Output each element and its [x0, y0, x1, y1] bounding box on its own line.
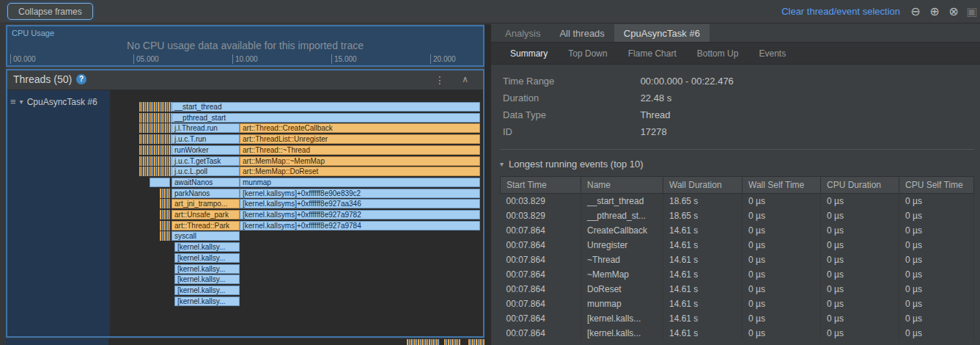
flame-span[interactable]: [kernel.kallsyms]+0xffffff8e927aa346 — [240, 199, 480, 208]
flame-span[interactable] — [160, 210, 170, 219]
flame-span[interactable]: j.u.c.T.run — [172, 134, 240, 144]
flame-span[interactable] — [139, 102, 172, 112]
cpu-usage-panel[interactable]: CPU Usage No CPU usage data available fo… — [6, 25, 485, 67]
zoom-in-icon[interactable]: ⊕ — [926, 4, 943, 19]
section-collapse-icon[interactable]: ▾ — [500, 160, 504, 168]
flame-span[interactable] — [160, 231, 170, 241]
analysis-panel: Analysis All threads CpuAsyncTask #6 Sum… — [491, 24, 980, 345]
events-table-row[interactable]: 00:07.864CreateCallback14.61 s0 µs0 µs0 … — [501, 223, 974, 238]
threads-body: ≡ ▾ CpuAsyncTask #6 __start_thread__pthr… — [7, 90, 483, 336]
subtab-top-down[interactable]: Top Down — [558, 43, 617, 64]
events-table-header-cell[interactable]: CPU Self Time — [899, 177, 974, 194]
events-table-cell: 0 µs — [821, 223, 899, 238]
collapse-panel-icon[interactable]: ∧ — [462, 74, 468, 84]
flame-span[interactable]: [kernel.kallsy... — [174, 242, 240, 252]
tab-all-threads[interactable]: All threads — [550, 24, 614, 42]
events-table-cell: 0 µs — [821, 267, 899, 282]
events-table-cell: 0 µs — [899, 282, 974, 297]
reset-zoom-icon[interactable]: ⊗ — [946, 4, 962, 19]
flame-span[interactable]: parkNanos — [172, 189, 240, 198]
flame-span[interactable]: awaitNanos — [172, 178, 240, 187]
flame-span[interactable] — [150, 178, 170, 187]
events-table-row[interactable]: 00:07.864~MemMap14.61 s0 µs0 µs0 µs — [501, 267, 974, 282]
clear-selection-link[interactable]: Clear thread/event selection — [781, 6, 900, 17]
summary-value: 17278 — [641, 126, 667, 137]
events-table-row[interactable]: 00:07.864[kernel.kalls...14.61 s0 µs0 µs… — [501, 311, 974, 326]
events-table-row[interactable]: 00:07.864DoReset14.61 s0 µs0 µs0 µs — [501, 282, 974, 297]
flame-span[interactable]: art::MemMap::~MemMap — [240, 156, 480, 166]
longest-events-title: ▾ Longest running events (top 10) — [500, 156, 974, 172]
flame-span — [468, 339, 485, 345]
help-icon[interactable]: ? — [76, 74, 86, 84]
flame-span[interactable]: [kernel.kallsy... — [174, 264, 240, 274]
timeline-tick: 15.000 — [331, 54, 357, 64]
flame-span[interactable] — [160, 221, 170, 230]
zoom-out-icon[interactable]: ⊖ — [907, 4, 924, 19]
subtab-flame-chart[interactable]: Flame Chart — [618, 43, 687, 64]
collapse-frames-button[interactable]: Collapse frames — [7, 3, 93, 20]
events-table-cell: 0 µs — [743, 311, 821, 326]
events-table-cell: 00:03.829 — [501, 208, 581, 223]
subtab-bottom-up[interactable]: Bottom Up — [687, 43, 749, 64]
summary-value: Thread — [640, 109, 670, 120]
events-table: Start TimeNameWall DurationWall Self Tim… — [500, 176, 974, 341]
timeline-tick: 10.000 — [232, 54, 258, 64]
flame-span[interactable]: [kernel.kallsy... — [174, 275, 240, 284]
flame-span[interactable]: [kernel.kallsy... — [174, 253, 240, 263]
flame-span[interactable]: art::Thread::Park — [172, 221, 240, 230]
events-table-row[interactable]: 00:03.829__pthread_st...18.65 s0 µs0 µs0… — [501, 208, 974, 223]
flame-span[interactable]: [kernel.kallsyms]+0xffffff8e90e839c2 — [240, 189, 480, 198]
flame-span[interactable]: j.l.Thread.run — [172, 123, 240, 133]
flame-span[interactable]: art::MemMap::DoReset — [240, 167, 480, 176]
events-table-header-cell[interactable]: Wall Duration — [663, 177, 743, 194]
events-table-cell: 0 µs — [821, 282, 899, 297]
events-table-cell: [kernel.kalls... — [581, 326, 663, 341]
events-table-cell: 0 µs — [899, 238, 974, 253]
flame-span[interactable] — [139, 167, 172, 176]
flame-span[interactable] — [139, 123, 172, 133]
flame-span[interactable]: j.u.c.T.getTask — [172, 156, 240, 166]
events-table-cell: __start_thread — [581, 194, 663, 209]
flame-span[interactable]: j.u.c.L.poll — [172, 167, 240, 176]
events-table-cell: 14.61 s — [663, 326, 743, 341]
subtab-summary[interactable]: Summary — [500, 43, 558, 64]
tab-analysis[interactable]: Analysis — [495, 24, 550, 42]
flame-span[interactable]: runWorker — [172, 145, 240, 155]
flame-span[interactable]: __pthread_start — [172, 113, 480, 123]
timeline-tick: 00.000 — [10, 54, 36, 64]
flame-span[interactable] — [160, 199, 170, 208]
flame-span[interactable]: syscall — [172, 231, 240, 241]
flame-span[interactable] — [139, 156, 172, 166]
events-table-header-cell[interactable]: CPU Duration — [821, 177, 899, 194]
subtab-events[interactable]: Events — [748, 43, 796, 64]
events-table-row[interactable]: 00:07.864~Thread14.61 s0 µs0 µs0 µs — [501, 253, 974, 267]
flame-span[interactable]: art_jni_trampo... — [172, 199, 240, 208]
flame-span[interactable] — [160, 189, 170, 198]
flame-span[interactable]: __start_thread — [172, 102, 480, 112]
next-thread-track-partial[interactable] — [6, 338, 485, 345]
events-table-cell: DoReset — [581, 282, 663, 297]
summary-row: Data Type Thread — [503, 106, 973, 123]
events-table-header-cell[interactable]: Name — [581, 177, 663, 194]
events-table-header-cell[interactable]: Start Time — [501, 177, 581, 194]
kebab-menu-icon[interactable]: ⋮ — [435, 74, 445, 86]
flame-span[interactable] — [139, 145, 172, 155]
events-table-row[interactable]: 00:03.829__start_thread18.65 s0 µs0 µs0 … — [501, 194, 974, 209]
flame-span[interactable]: [kernel.kallsyms]+0xffffff8e927a9782 — [240, 210, 480, 219]
events-table-row[interactable]: 00:07.864[kernel.kalls...14.61 s0 µs0 µs… — [501, 326, 974, 341]
tab-cpuasynctask[interactable]: CpuAsyncTask #6 — [614, 24, 710, 42]
flame-span[interactable] — [139, 134, 172, 144]
flame-span[interactable]: munmap — [240, 178, 480, 187]
flame-span[interactable]: art::Thread::CreateCallback — [240, 123, 480, 133]
flame-span[interactable]: art::ThreadList::Unregister — [240, 134, 480, 144]
events-table-row[interactable]: 00:07.864Unregister14.61 s0 µs0 µs0 µs — [501, 238, 974, 253]
flame-span[interactable]: [kernel.kallsy... — [174, 286, 240, 295]
flame-span[interactable]: [kernel.kallsyms]+0xffffff8e927a9784 — [240, 221, 480, 230]
events-table-row[interactable]: 00:07.864munmap14.61 s0 µs0 µs0 µs — [501, 297, 974, 311]
events-table-cell: 00:07.864 — [501, 267, 581, 282]
flame-span[interactable] — [139, 113, 172, 123]
events-table-header-cell[interactable]: Wall Self Time — [743, 177, 821, 194]
flame-span[interactable]: art::Unsafe_park — [172, 210, 240, 219]
flame-span[interactable]: art::Thread::~Thread — [240, 145, 480, 155]
flame-span[interactable]: [kernel.kallsy... — [174, 297, 240, 306]
